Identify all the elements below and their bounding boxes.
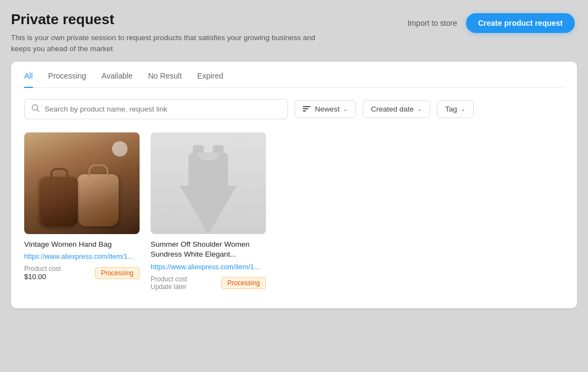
product-image: [24, 132, 140, 234]
products-grid: Vintage Women Hand Bag https://www.aliex…: [24, 132, 564, 291]
product-card: Vintage Women Hand Bag https://www.aliex…: [24, 132, 140, 291]
tab-available[interactable]: Available: [102, 71, 133, 88]
search-icon: [31, 104, 40, 114]
tabs-row: All Processing Available No Result Expir…: [24, 62, 564, 88]
product-card: Summer Off Shoulder Women Sundress White…: [151, 132, 266, 291]
created-date-filter-dropdown[interactable]: Created date ⌄: [363, 100, 430, 118]
main-card: All Processing Available No Result Expir…: [11, 62, 577, 309]
import-to-store-link[interactable]: Import to store: [408, 19, 457, 27]
create-product-request-button[interactable]: Create product request: [466, 13, 575, 33]
product-cost-label: Product cost: [24, 265, 61, 273]
sort-icon: [303, 106, 312, 112]
product-link[interactable]: https://www.aliexpress.com/item/1...: [151, 263, 266, 271]
product-name: Vintage Women Hand Bag: [24, 240, 140, 250]
product-image: [151, 132, 266, 234]
newest-filter-dropdown[interactable]: Newest ⌄: [295, 100, 356, 118]
svg-line-1: [37, 109, 40, 112]
search-box[interactable]: [24, 99, 288, 119]
tab-all[interactable]: All: [24, 71, 33, 88]
product-link[interactable]: https://www.aliexpress.com/item/1...: [24, 253, 140, 260]
tag-filter-dropdown[interactable]: Tag ⌄: [437, 100, 474, 118]
product-meta: Product cost $10.00 Processing: [24, 265, 140, 281]
filters-row: Newest ⌄ Created date ⌄ Tag ⌄: [24, 99, 564, 119]
page-description: This is your own private session to requ…: [11, 32, 330, 55]
newest-chevron-icon: ⌄: [343, 106, 348, 113]
product-cost-update: Update later: [151, 283, 187, 291]
created-date-chevron-icon: ⌄: [417, 106, 422, 113]
tag-chevron-icon: ⌄: [461, 106, 465, 113]
status-badge: Processing: [95, 267, 140, 279]
status-badge: Processing: [221, 277, 266, 289]
newest-label: Newest: [315, 105, 340, 113]
product-name: Summer Off Shoulder Women Sundress White…: [151, 240, 266, 260]
product-cost-value: $10.00: [24, 273, 61, 281]
tab-no-result[interactable]: No Result: [148, 71, 181, 88]
tab-expired[interactable]: Expired: [197, 71, 223, 88]
product-cost-label: Product cost: [151, 275, 187, 283]
product-meta: Product cost Update later Processing: [151, 275, 266, 291]
search-input[interactable]: [45, 105, 281, 113]
tab-processing[interactable]: Processing: [48, 71, 86, 88]
created-date-label: Created date: [371, 105, 414, 113]
page-title: Private request: [11, 11, 330, 28]
tag-label: Tag: [445, 105, 457, 113]
